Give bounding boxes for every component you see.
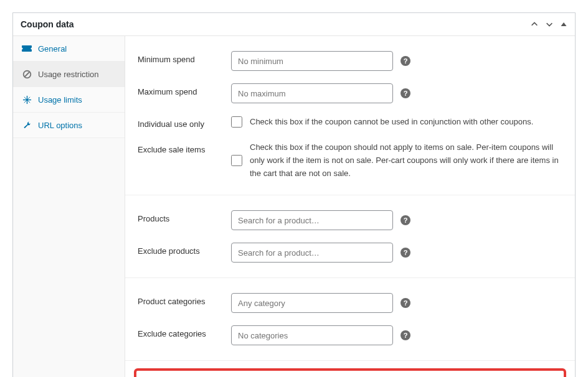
row-maximum-spend: Maximum spend ? xyxy=(138,77,562,109)
wrench-icon xyxy=(22,120,32,130)
product-categories-input[interactable] xyxy=(231,293,393,313)
label-exclude-sale: Exclude sale items xyxy=(138,141,231,154)
label-exclude-categories: Exclude categories xyxy=(138,325,231,338)
row-individual-use: Individual use only Check this box if th… xyxy=(138,109,562,135)
tab-general[interactable]: General xyxy=(13,36,125,62)
exclude-products-input[interactable] xyxy=(231,243,393,263)
panel-body: General Usage restriction Usage limits U… xyxy=(13,36,575,377)
row-exclude-sale: Exclude sale items Check this box if the… xyxy=(138,135,562,186)
label-product-categories: Product categories xyxy=(138,293,231,306)
tab-general-label: General xyxy=(38,44,67,54)
help-icon[interactable]: ? xyxy=(401,330,410,340)
section-allowed-emails: Allowed emails ? xyxy=(125,361,575,377)
move-down-icon[interactable] xyxy=(545,20,554,29)
tab-usage-limits[interactable]: Usage limits xyxy=(13,87,125,113)
row-exclude-products: Exclude products ? xyxy=(138,236,562,269)
minimum-spend-input[interactable] xyxy=(231,51,393,71)
move-up-icon[interactable] xyxy=(530,20,539,29)
coupon-data-panel: Coupon data General xyxy=(12,12,576,377)
products-input[interactable] xyxy=(231,210,393,230)
collapse-toggle-icon[interactable] xyxy=(560,21,567,28)
section-spend-limits: Minimum spend ? Maximum spend ? Individu… xyxy=(125,36,575,195)
ticket-icon xyxy=(22,44,32,54)
section-products: Products ? Exclude products ? xyxy=(125,195,575,278)
ban-icon xyxy=(22,69,32,79)
individual-use-desc: Check this box if the coupon cannot be u… xyxy=(250,116,562,129)
label-individual-use: Individual use only xyxy=(138,116,231,129)
panel-controls xyxy=(530,20,567,29)
panel-header: Coupon data xyxy=(13,13,575,36)
tab-url-options-label: URL options xyxy=(38,121,82,130)
help-icon[interactable]: ? xyxy=(401,298,410,308)
exclude-sale-desc: Check this box if the coupon should not … xyxy=(250,141,562,180)
maximum-spend-input[interactable] xyxy=(231,83,393,103)
tab-usage-limits-label: Usage limits xyxy=(38,95,82,105)
section-categories: Product categories ? Exclude categories … xyxy=(125,278,575,361)
tab-usage-restriction[interactable]: Usage restriction xyxy=(13,62,125,87)
label-products: Products xyxy=(138,210,231,223)
tabs-sidebar: General Usage restriction Usage limits U… xyxy=(13,36,125,377)
row-exclude-categories: Exclude categories ? xyxy=(138,319,562,351)
row-minimum-spend: Minimum spend ? xyxy=(138,45,562,77)
limits-icon xyxy=(22,95,32,105)
svg-rect-0 xyxy=(22,45,32,52)
allowed-emails-highlight: Allowed emails ? xyxy=(134,368,566,377)
svg-line-4 xyxy=(24,72,29,77)
row-product-categories: Product categories ? xyxy=(138,287,562,319)
label-exclude-products: Exclude products xyxy=(138,243,231,256)
label-minimum-spend: Minimum spend xyxy=(138,51,231,64)
help-icon[interactable]: ? xyxy=(401,56,410,66)
content-area: Minimum spend ? Maximum spend ? Individu… xyxy=(125,36,575,377)
exclude-categories-input[interactable] xyxy=(231,325,393,345)
help-icon[interactable]: ? xyxy=(401,215,410,225)
individual-use-checkbox[interactable] xyxy=(231,116,242,128)
help-icon[interactable]: ? xyxy=(401,88,410,98)
tab-url-options[interactable]: URL options xyxy=(13,113,125,138)
row-products: Products ? xyxy=(138,204,562,236)
label-maximum-spend: Maximum spend xyxy=(138,83,231,96)
panel-title: Coupon data xyxy=(21,19,74,29)
help-icon[interactable]: ? xyxy=(401,248,410,258)
exclude-sale-checkbox[interactable] xyxy=(231,155,242,166)
tab-usage-restriction-label: Usage restriction xyxy=(38,70,99,79)
